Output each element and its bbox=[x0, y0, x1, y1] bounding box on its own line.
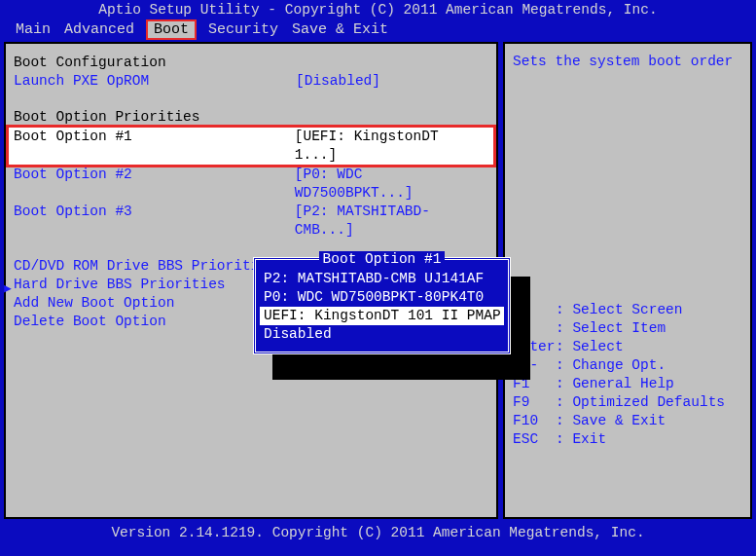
boot-option-2-value: [P0: WDC WD7500BPKT...] bbox=[295, 166, 488, 203]
help-row: ESC: Exit bbox=[513, 430, 742, 449]
priorities-heading: Boot Option Priorities bbox=[14, 108, 488, 127]
footer-bar: Version 2.14.1219. Copyright (C) 2011 Am… bbox=[0, 519, 756, 540]
help-row: Enter: Select bbox=[513, 338, 742, 356]
help-row: ↑↓: Select Item bbox=[513, 319, 742, 338]
boot-option-1-value: [UEFI: KingstonDT 1...] bbox=[295, 128, 488, 165]
help-key: ESC bbox=[513, 430, 556, 449]
help-text: : Select bbox=[556, 338, 624, 356]
help-key: F9 bbox=[513, 393, 556, 412]
popup-option[interactable]: Disabled bbox=[264, 325, 500, 344]
help-row: F9: Optimized Defaults bbox=[513, 393, 742, 412]
menu-security[interactable]: Security bbox=[208, 21, 278, 38]
boot-option-1-row[interactable]: Boot Option #1 [UEFI: KingstonDT 1...] bbox=[8, 127, 494, 166]
right-panel: Sets the system boot order →←: Select Sc… bbox=[503, 42, 752, 519]
help-text: : Select Item bbox=[556, 319, 666, 338]
help-text: : Select Screen bbox=[556, 301, 683, 319]
help-text: : Change Opt. bbox=[556, 356, 666, 375]
boot-option-3-label: Boot Option #3 bbox=[14, 203, 295, 240]
help-text: : General Help bbox=[556, 375, 674, 393]
help-row: +/-: Change Opt. bbox=[513, 356, 742, 375]
menu-bar: Main Advanced Boot Security Save & Exit bbox=[0, 19, 756, 42]
popup-option[interactable]: P0: WDC WD7500BPKT-80PK4T0 bbox=[264, 288, 500, 307]
key-help-block: →←: Select Screen↑↓: Select ItemEnter: S… bbox=[513, 301, 742, 449]
workspace: ▶ Boot Configuration Launch PXE OpROM [D… bbox=[4, 42, 752, 519]
help-row: F1: General Help bbox=[513, 375, 742, 393]
help-text: : Optimized Defaults bbox=[556, 393, 725, 412]
popup-option[interactable]: UEFI: KingstonDT 101 II PMAP bbox=[260, 307, 504, 325]
boot-option-3-value: [P2: MATSHITABD-CMB...] bbox=[295, 203, 488, 240]
help-description: Sets the system boot order bbox=[513, 54, 742, 69]
help-row: →←: Select Screen bbox=[513, 301, 742, 319]
menu-main[interactable]: Main bbox=[16, 21, 51, 38]
launch-pxe-label: Launch PXE OpROM bbox=[14, 72, 296, 91]
boot-option-popup: Boot Option #1 P2: MATSHITABD-CMB UJ141A… bbox=[253, 257, 511, 354]
help-text: : Exit bbox=[556, 430, 606, 449]
launch-pxe-row[interactable]: Launch PXE OpROM [Disabled] bbox=[14, 72, 488, 91]
boot-option-3-row[interactable]: Boot Option #3 [P2: MATSHITABD-CMB...] bbox=[14, 203, 488, 240]
caret-right-icon: ▶ bbox=[4, 280, 12, 296]
menu-advanced[interactable]: Advanced bbox=[64, 21, 134, 38]
boot-option-2-label: Boot Option #2 bbox=[14, 166, 295, 203]
menu-save-exit[interactable]: Save & Exit bbox=[292, 21, 388, 38]
launch-pxe-value: [Disabled] bbox=[296, 72, 380, 91]
help-row: F10: Save & Exit bbox=[513, 412, 742, 430]
boot-option-2-row[interactable]: Boot Option #2 [P0: WDC WD7500BPKT...] bbox=[14, 166, 488, 203]
menu-boot[interactable]: Boot bbox=[148, 21, 195, 38]
help-key: F10 bbox=[513, 412, 556, 430]
popup-title: Boot Option #1 bbox=[264, 251, 500, 267]
popup-option[interactable]: P2: MATSHITABD-CMB UJ141AF bbox=[264, 270, 500, 288]
boot-option-1-label: Boot Option #1 bbox=[14, 128, 295, 165]
boot-config-heading: Boot Configuration bbox=[14, 54, 488, 72]
title-bar: Aptio Setup Utility - Copyright (C) 2011… bbox=[0, 0, 756, 19]
help-text: : Save & Exit bbox=[556, 412, 666, 430]
